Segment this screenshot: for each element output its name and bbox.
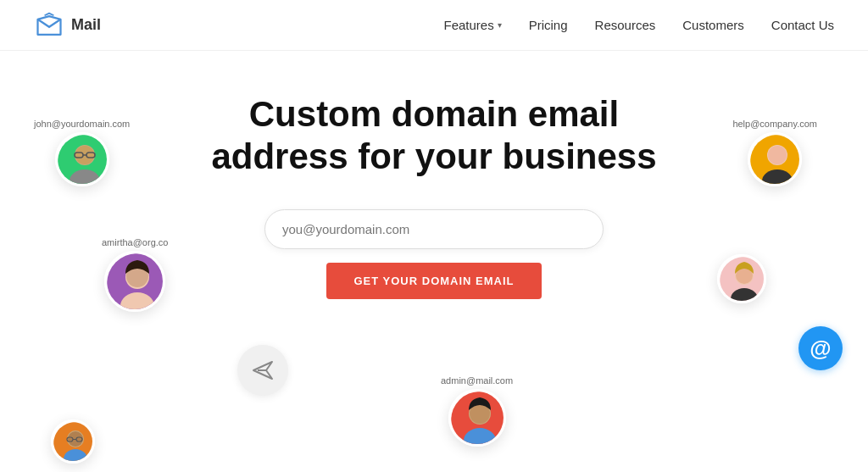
main-nav: Features ▾ Pricing Resources Customers C… [444, 18, 835, 32]
headline-line2: address for your business [211, 136, 656, 176]
avatar-pink-image [717, 254, 766, 303]
nav-pricing[interactable]: Pricing [529, 18, 568, 32]
avatar-admin-image [448, 389, 506, 447]
avatar-bottom-left [51, 419, 95, 464]
at-icon-float: @ [798, 326, 843, 370]
headline: Custom domain email address for your bus… [211, 93, 656, 179]
header: Mail Features ▾ Pricing Resources Custom… [0, 0, 868, 51]
send-icon [251, 358, 275, 382]
avatar-help-image [748, 132, 802, 186]
avatar-john-label: john@yourdomain.com [34, 119, 130, 129]
svg-point-10 [768, 146, 787, 164]
email-input-wrapper [264, 209, 604, 249]
avatar-help: help@company.com [732, 119, 817, 186]
avatar-admin-label: admin@mail.com [441, 375, 513, 386]
avatar-john-image [55, 132, 109, 186]
avatar-john: john@yourdomain.com [34, 119, 130, 186]
nav-customers[interactable]: Customers [682, 18, 744, 32]
avatar-amirtha-image [104, 251, 165, 312]
headline-line1: Custom domain email [249, 94, 619, 134]
avatar-amirtha: amirtha@org.co [102, 237, 168, 312]
email-input[interactable] [264, 209, 604, 249]
logo-icon [34, 10, 64, 41]
at-icon: @ [810, 336, 831, 362]
avatar-pink [717, 254, 766, 303]
send-icon-float [237, 345, 288, 396]
nav-resources[interactable]: Resources [595, 18, 656, 32]
main-content: Custom domain email address for your bus… [0, 51, 868, 472]
logo: Mail [34, 10, 101, 41]
cta-button[interactable]: GET YOUR DOMAIN EMAIL [326, 263, 541, 299]
nav-features[interactable]: Features ▾ [444, 18, 502, 32]
logo-text: Mail [71, 16, 101, 34]
features-dropdown-icon: ▾ [498, 20, 502, 30]
nav-contact[interactable]: Contact Us [771, 18, 834, 32]
avatar-admin: admin@mail.com [441, 375, 513, 447]
avatar-help-label: help@company.com [732, 119, 817, 129]
avatar-amirtha-label: amirtha@org.co [102, 237, 168, 247]
avatar-bottom-left-image [51, 419, 95, 464]
